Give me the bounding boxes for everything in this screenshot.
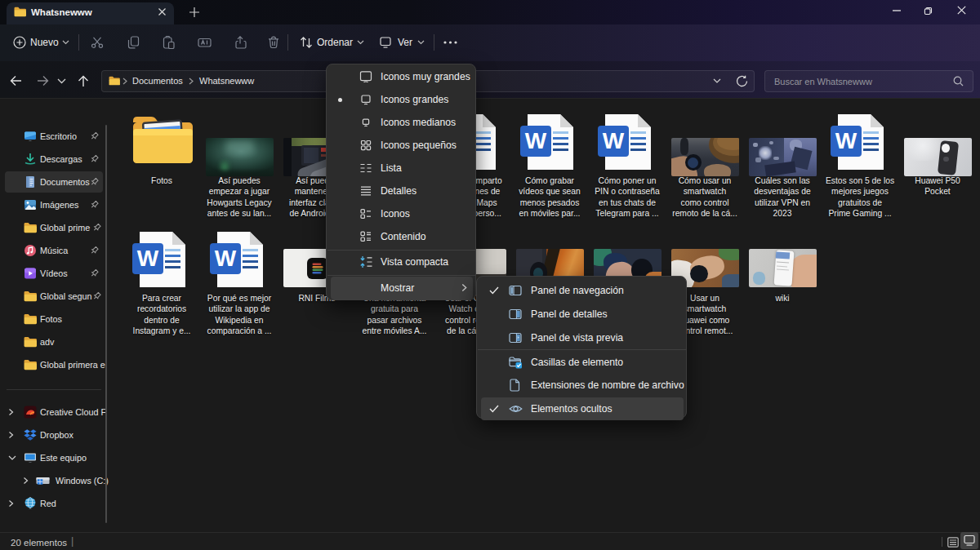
svg-text:W: W bbox=[215, 246, 237, 271]
svg-text:W: W bbox=[525, 128, 547, 153]
svg-text:W: W bbox=[137, 246, 159, 271]
svg-text:W: W bbox=[603, 128, 625, 153]
svg-text:W: W bbox=[835, 128, 858, 153]
